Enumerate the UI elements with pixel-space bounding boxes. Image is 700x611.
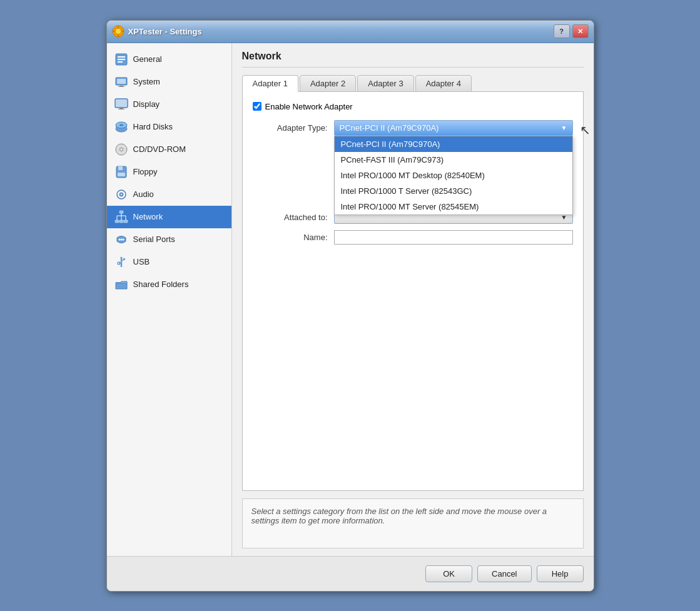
svg-rect-34 bbox=[124, 220, 128, 223]
dialog-title: XPTester - Settings bbox=[128, 27, 202, 36]
svg-point-30 bbox=[121, 194, 122, 195]
svg-rect-13 bbox=[118, 86, 124, 87]
sidebar-item-floppy[interactable]: Floppy bbox=[107, 161, 231, 183]
enable-network-row: Enable Network Adapter bbox=[253, 102, 573, 111]
sidebar-item-cddvd[interactable]: CD/DVD-ROM bbox=[107, 138, 231, 161]
svg-point-24 bbox=[120, 148, 122, 150]
sidebar-item-general-label: General bbox=[133, 54, 162, 64]
sidebar: General System bbox=[107, 43, 232, 556]
svg-rect-9 bbox=[118, 61, 123, 63]
tab-adapter4[interactable]: Adapter 4 bbox=[415, 75, 472, 92]
attached-to-label: Attached to: bbox=[253, 213, 328, 222]
svg-rect-17 bbox=[118, 109, 124, 109]
svg-rect-32 bbox=[115, 220, 119, 223]
audio-icon bbox=[114, 188, 128, 201]
adapter-tabs: Adapter 1 Adapter 2 Adapter 3 Adapter 4 bbox=[242, 75, 584, 92]
sidebar-item-usb[interactable]: USB bbox=[107, 251, 231, 273]
usb-icon bbox=[114, 255, 128, 269]
dropdown-option-pcnet-fast3[interactable]: PCnet-FAST III (Am79C973) bbox=[335, 152, 572, 168]
help-text: Select a settings category from the list… bbox=[251, 507, 547, 525]
sidebar-item-system[interactable]: System bbox=[107, 71, 231, 93]
sidebar-item-system-label: System bbox=[133, 77, 160, 86]
cancel-button[interactable]: Cancel bbox=[477, 565, 531, 582]
svg-rect-16 bbox=[119, 108, 123, 109]
dialog-footer: OK Cancel Help bbox=[107, 556, 594, 591]
svg-rect-11 bbox=[117, 79, 126, 84]
dropdown-option-intel-desktop[interactable]: Intel PRO/1000 MT Desktop (82540EM) bbox=[335, 168, 572, 183]
sidebar-item-network-label: Network bbox=[133, 212, 163, 221]
network-icon bbox=[114, 210, 128, 224]
sidebar-item-sharedfolders[interactable]: Shared Folders bbox=[107, 273, 231, 296]
floppy-icon bbox=[114, 165, 128, 179]
svg-rect-8 bbox=[118, 59, 125, 60]
title-bar-left: XPTester - Settings bbox=[112, 25, 202, 38]
svg-rect-27 bbox=[118, 173, 125, 176]
svg-point-1 bbox=[115, 28, 121, 34]
name-row: Name: bbox=[253, 230, 573, 245]
dropdown-option-pcnet-pci2[interactable]: PCnet-PCI II (Am79C970A) bbox=[335, 136, 572, 152]
tab-adapter2[interactable]: Adapter 2 bbox=[300, 75, 356, 92]
sidebar-item-general[interactable]: General bbox=[107, 48, 231, 71]
adapter-type-selected-text: PCnet-PCI II (Am79C970A) bbox=[340, 123, 439, 133]
adapter-type-dropdown-list: PCnet-PCI II (Am79C970A) PCnet-FAST III … bbox=[334, 136, 573, 215]
svg-point-40 bbox=[118, 238, 120, 240]
enable-network-label: Enable Network Adapter bbox=[265, 102, 353, 111]
name-input[interactable] bbox=[334, 230, 573, 245]
name-label: Name: bbox=[253, 233, 328, 242]
name-control bbox=[334, 230, 573, 245]
svg-rect-15 bbox=[116, 99, 127, 107]
sidebar-item-audio-label: Audio bbox=[133, 189, 154, 199]
dropdown-arrow-icon: ▼ bbox=[561, 124, 567, 131]
harddisk-icon bbox=[114, 120, 128, 134]
svg-marker-48 bbox=[120, 257, 123, 260]
help-button[interactable]: ? bbox=[554, 24, 570, 38]
dropdown-option-intel-mt-server[interactable]: Intel PRO/1000 MT Server (82545EM) bbox=[335, 199, 572, 215]
adapter-type-control: PCnet-PCI II (Am79C970A) ▼ PCnet-PCI II … bbox=[334, 120, 573, 136]
enable-network-checkbox[interactable] bbox=[253, 102, 261, 111]
sidebar-item-harddisks-label: Hard Disks bbox=[133, 122, 173, 131]
title-bar: XPTester - Settings ? ✕ bbox=[107, 21, 594, 43]
ok-button[interactable]: OK bbox=[425, 565, 472, 582]
help-area: Select a settings category from the list… bbox=[242, 498, 584, 548]
sidebar-item-display[interactable]: Display bbox=[107, 93, 231, 116]
sidebar-item-serialports-label: Serial Ports bbox=[133, 235, 175, 244]
sidebar-item-sharedfolders-label: Shared Folders bbox=[133, 280, 189, 289]
svg-rect-31 bbox=[119, 211, 123, 213]
tab-adapter3[interactable]: Adapter 3 bbox=[357, 75, 413, 92]
help-footer-button[interactable]: Help bbox=[537, 565, 584, 582]
general-icon bbox=[114, 53, 128, 66]
sidebar-item-floppy-label: Floppy bbox=[133, 167, 158, 176]
adapter-type-label: Adapter Type: bbox=[253, 123, 328, 133]
system-icon bbox=[114, 75, 128, 89]
tab-content: Enable Network Adapter Adapter Type: PCn… bbox=[242, 91, 584, 491]
svg-point-21 bbox=[119, 124, 123, 126]
sidebar-item-cddvd-label: CD/DVD-ROM bbox=[133, 144, 186, 154]
app-icon bbox=[112, 25, 124, 38]
svg-point-42 bbox=[122, 238, 124, 240]
tab-adapter1[interactable]: Adapter 1 bbox=[242, 75, 298, 92]
sharedfolders-icon bbox=[114, 278, 128, 291]
sidebar-item-display-label: Display bbox=[133, 99, 160, 109]
title-bar-buttons: ? ✕ bbox=[554, 24, 589, 38]
svg-rect-45 bbox=[123, 258, 125, 260]
svg-rect-7 bbox=[118, 56, 125, 58]
serialports-icon bbox=[114, 233, 128, 246]
section-title: Network bbox=[242, 51, 584, 68]
sidebar-item-usb-label: USB bbox=[133, 257, 150, 266]
svg-rect-26 bbox=[118, 166, 123, 170]
display-icon bbox=[114, 98, 128, 111]
dropdown-option-intel-t-server[interactable]: Intel PRO/1000 T Server (82543GC) bbox=[335, 183, 572, 199]
sidebar-item-harddisks[interactable]: Hard Disks bbox=[107, 116, 231, 138]
sidebar-item-audio[interactable]: Audio bbox=[107, 183, 231, 206]
adapter-type-row: Adapter Type: PCnet-PCI II (Am79C970A) ▼… bbox=[253, 120, 573, 136]
cddvd-icon bbox=[114, 143, 128, 156]
sidebar-item-serialports[interactable]: Serial Ports bbox=[107, 228, 231, 251]
adapter-type-dropdown[interactable]: PCnet-PCI II (Am79C970A) ▼ bbox=[334, 120, 573, 136]
cursor-arrow-icon: ↖ bbox=[580, 123, 591, 138]
svg-rect-33 bbox=[119, 220, 123, 223]
settings-dialog: XPTester - Settings ? ✕ General bbox=[106, 20, 594, 592]
svg-point-41 bbox=[120, 238, 122, 240]
close-button[interactable]: ✕ bbox=[572, 24, 589, 38]
sidebar-item-network[interactable]: Network bbox=[107, 206, 231, 228]
content-area: Network Adapter 1 Adapter 2 Adapter 3 Ad… bbox=[232, 43, 594, 556]
